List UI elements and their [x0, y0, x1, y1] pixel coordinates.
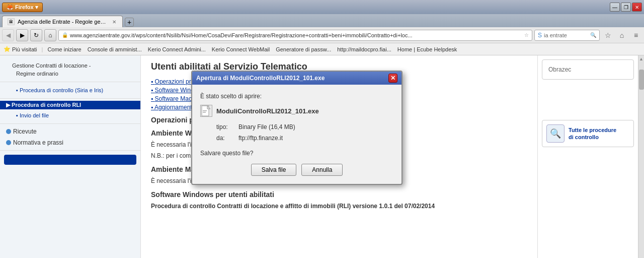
right-cta-procedure[interactable]: 🔍 Tutte le proceduredi controllo [542, 120, 634, 147]
sidebar-category-normativa[interactable]: Normativa e prassi [0, 137, 140, 148]
firefox-titlebar: 🦊 Firefox ▾ — ❐ ✕ [0, 0, 644, 14]
forward-button[interactable]: ▶ [16, 29, 28, 41]
firefox-menu-button[interactable]: 🦊 Firefox ▾ [2, 3, 43, 12]
sidebar-item-invio[interactable]: ▪ Invio del file [6, 111, 134, 119]
sidebar-divider-1 [0, 82, 140, 82]
modal-close-button[interactable]: ✕ [388, 74, 397, 83]
home-button[interactable]: ⌂ [44, 29, 56, 41]
sidebar-divider-4 [0, 150, 140, 151]
window-controls: — ❐ ✕ [610, 3, 642, 12]
search-submit-icon[interactable]: 🔍 [590, 32, 596, 38]
bookmark-kerio-admin[interactable]: Kerio Connect Admini... [146, 46, 207, 53]
detail-label-da: da: [216, 133, 236, 144]
maximize-button[interactable]: ❐ [621, 3, 631, 12]
bookmark-piu-visitati[interactable]: ⭐ Più visitati [2, 45, 39, 53]
bookmarks-bar: ⭐ Più visitati | Come iniziare Console d… [0, 43, 644, 55]
modal-dialog: Apertura di ModuliControlloRLI2012_101.e… [191, 71, 403, 185]
dot-icon-blue [6, 129, 11, 134]
sidebar-item-siria[interactable]: ▪ Procedura di controllo (Siria e Iris) [6, 86, 134, 94]
scroll-up-button[interactable]: ▲ [638, 55, 644, 62]
file-type-icon [200, 105, 212, 117]
bookmark-ecube[interactable]: Home | Ecube Helpdesk [396, 46, 458, 53]
settings-icon[interactable]: ≡ [630, 29, 642, 41]
sidebar-divider-3 [0, 123, 140, 124]
firefox-logo: 🦊 [7, 4, 14, 11]
sidebar-section-invio: ▪ Invio del file [0, 109, 140, 121]
modal-file-row: ModuliControlloRLI2012_101.exe [200, 105, 393, 117]
modal-detail-da: da: ftp://ftp.finanze.it [216, 133, 393, 144]
scrollbar-thumb[interactable] [639, 70, 644, 90]
tab-close-button[interactable]: ✕ [111, 19, 117, 25]
svg-rect-3 [203, 112, 206, 113]
scrollbar[interactable]: ▲ [638, 55, 644, 258]
address-bar[interactable]: 🔒 www.agenziaentrate.gov.it/wps/content/… [58, 30, 532, 41]
modal-details: tipo: Binary File (16,4 MB) da: ftp://ft… [216, 122, 393, 144]
sidebar-cta-button[interactable] [4, 155, 136, 165]
detail-label-tipo: tipo: [216, 122, 236, 133]
navigation-bar: ◀ ▶ ↻ ⌂ 🔒 www.agenziaentrate.gov.it/wps/… [0, 27, 644, 43]
svg-rect-2 [203, 110, 207, 111]
bookmark-generatore[interactable]: Generatore di passw... [274, 46, 333, 53]
modal-question-text: Salvare questo file? [200, 150, 393, 157]
bookmark-come-iniziare[interactable]: Come iniziare [46, 46, 83, 53]
minimize-button[interactable]: — [610, 3, 620, 12]
lock-icon: 🔒 [62, 32, 68, 38]
new-tab-button[interactable]: + [125, 18, 134, 27]
active-tab[interactable]: 🏛 Agenzia delle Entrate - Regole general… [2, 16, 123, 27]
sidebar: Gestione Contratti di locazione - Regime… [0, 55, 141, 258]
dot-icon-blue-2 [6, 140, 11, 145]
bookmark-console[interactable]: Console di amminist... [86, 46, 143, 53]
sidebar-divider-2 [0, 98, 140, 99]
sidebar-item-gestione[interactable]: Gestione Contratti di locazione - [6, 61, 134, 70]
back-button[interactable]: ◀ [2, 29, 14, 41]
right-box-obrazec: Obrazec [542, 59, 634, 80]
modal-titlebar: Apertura di ModuliControlloRLI2012_101.e… [192, 72, 401, 85]
modal-detail-tipo: tipo: Binary File (16,4 MB) [216, 122, 393, 133]
sidebar-item-regime[interactable]: Regime ordinario [6, 70, 134, 78]
cancel-button[interactable]: Annulla [301, 164, 343, 176]
sidebar-category-ricevute[interactable]: Ricevute [0, 126, 140, 137]
exe-file-icon-svg [201, 105, 211, 116]
modal-title: Apertura di ModuliControlloRLI2012_101.e… [196, 75, 325, 82]
search-text: ia entrate [544, 32, 588, 38]
dropdown-arrow-icon: ▾ [35, 4, 38, 11]
sidebar-item-rli-active[interactable]: ▶ Procedura di controllo RLI [0, 101, 140, 109]
modal-buttons: Salva file Annulla [200, 164, 393, 176]
body-text-rli: Procedura di controllo Contratti di loca… [151, 202, 527, 211]
tab-bar: 🏛 Agenzia delle Entrate - Regole general… [0, 14, 644, 27]
detail-value-da: ftp://ftp.finanze.it [238, 133, 283, 144]
star-icon[interactable]: ☆ [524, 32, 529, 38]
tab-title: Agenzia delle Entrate - Regole generali … [18, 19, 108, 25]
search-engine-icon: S [538, 32, 542, 39]
right-box-text: Obrazec [546, 64, 629, 75]
sidebar-section-controllo: ▪ Procedura di controllo (Siria e Iris) [0, 84, 140, 96]
modal-intro-text: È stato scelto di aprire: [200, 93, 393, 100]
bookmark-kerio-webmail[interactable]: Kerio Connect WebMail [210, 46, 271, 53]
procedure-icon: 🔍 [546, 124, 565, 143]
sidebar-section-main: Gestione Contratti di locazione - Regime… [0, 59, 140, 80]
right-panel: Obrazec 🔍 Tutte le proceduredi controllo [537, 55, 638, 258]
home-nav-icon[interactable]: ⌂ [616, 29, 628, 41]
modal-body: È stato scelto di aprire: ModuliControll… [192, 85, 401, 184]
section-title-software-windows: Software Windows per utenti abilitati [151, 190, 527, 199]
detail-value-tipo: Binary File (16,4 MB) [238, 122, 295, 133]
modal-filename: ModuliControlloRLI2012_101.exe [216, 107, 319, 115]
bookmark-maildocpro[interactable]: http://maildocpro.fiai... [336, 46, 393, 53]
close-button[interactable]: ✕ [632, 3, 642, 12]
refresh-button[interactable]: ↻ [30, 29, 42, 41]
right-cta-label: Tutte le proceduredi controllo [569, 126, 616, 141]
tab-favicon: 🏛 [8, 18, 15, 25]
bookmarks-icon[interactable]: ☆ [602, 29, 614, 41]
save-file-button[interactable]: Salva file [251, 164, 297, 176]
address-text: www.agenziaentrate.gov.it/wps/content/Ns… [70, 32, 522, 38]
search-bar[interactable]: S ia entrate 🔍 [534, 30, 600, 41]
